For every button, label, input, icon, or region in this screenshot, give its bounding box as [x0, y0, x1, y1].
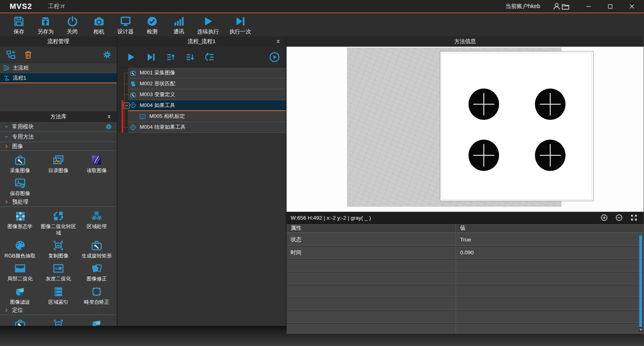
toolbar-button-save-as[interactable]: 另存为 — [32, 13, 59, 35]
library-item-label: 采集图像 — [10, 167, 30, 174]
library-item-rgb-extract[interactable]: RGB颜色抽取 — [1, 238, 39, 259]
library-item-label: 生成旋转矩形 — [82, 253, 112, 259]
property-name-cell: 状态 — [287, 234, 456, 245]
save-image-icon — [14, 177, 26, 189]
toolbar-button-signal-bars[interactable]: 通讯 — [165, 13, 192, 35]
minimize-button[interactable] — [585, 3, 592, 10]
library-item-catalog-image[interactable]: 目录图像 — [39, 152, 77, 174]
chevron-right-icon — [4, 200, 9, 204]
library-item-copy-image[interactable]: 复制图像 — [39, 238, 77, 259]
library-item-gray-binarize[interactable]: % 灰度二值化 — [39, 261, 77, 282]
toolbar-button-run-continuous[interactable]: 连续执行 — [192, 13, 224, 35]
library-section-1[interactable]: 专用方法 — [0, 132, 117, 142]
flow-settings-button[interactable] — [103, 51, 111, 59]
toolbar-button-power[interactable]: 关闭 — [59, 13, 86, 35]
library-item-read-image[interactable]: 读取图像 — [78, 152, 116, 174]
toolbar-button-save[interactable]: 保存 — [6, 13, 32, 35]
library-item-local-binarize[interactable]: 局部二值化 — [1, 261, 39, 282]
flow-step-2[interactable]: M003 变量定义 — [128, 89, 286, 100]
toolbar-button-run-once[interactable]: 执行一次 — [224, 13, 256, 35]
add-flow-button[interactable] — [6, 49, 16, 60]
run-single-button[interactable] — [269, 51, 280, 63]
flow-list-item-1[interactable]: 流程1 — [0, 73, 117, 83]
scrollbar-thumb[interactable] — [639, 235, 642, 327]
property-name-cell — [287, 324, 456, 334]
flow-step-0[interactable]: M001 采集图像 — [128, 68, 286, 78]
local-binarize-icon — [14, 262, 26, 274]
library-item-save-image[interactable]: 保存图像 — [1, 175, 39, 197]
property-row-4[interactable] — [287, 285, 644, 297]
open-project-icon[interactable] — [561, 2, 570, 11]
flow-step-5[interactable]: IFM004 结束如果工具 — [128, 122, 286, 133]
move-step-down-button[interactable] — [185, 52, 195, 62]
flow-item-label: 主流程 — [13, 64, 29, 72]
copy-image-icon — [52, 239, 64, 251]
table-scrollbar[interactable] — [638, 235, 643, 332]
zoom-in-button[interactable] — [600, 214, 608, 222]
image-correct-icon — [91, 262, 103, 274]
toolbar-button-detect[interactable]: 检测 — [139, 13, 165, 35]
camera-calib-icon: (x) — [139, 113, 146, 120]
section-gear-icon[interactable] — [105, 124, 112, 130]
library-item-acquire-image[interactable]: 采集图像 — [1, 152, 39, 174]
close-button[interactable] — [629, 3, 635, 10]
collapse-library-icon[interactable] — [106, 114, 112, 119]
maximize-button[interactable] — [607, 3, 613, 10]
flow-list-item-0[interactable]: 主流程 — [0, 63, 117, 73]
image-status-text: W:656 H:492 | x:-2 y:-2 | gray( _ ) — [291, 215, 371, 221]
library-item-label: 保存图像 — [10, 190, 30, 197]
property-row-7[interactable] — [287, 324, 644, 334]
zoom-out-button[interactable] — [615, 214, 623, 222]
library-item-region-process[interactable]: 区域处理 — [78, 208, 116, 237]
method-library-body: 常用模块 专用方法图像 采集图像 目录图像 读取图像 保存图像预处理 图像形态学… — [0, 122, 117, 326]
account-icon[interactable] — [552, 2, 561, 11]
library-item-image-filter[interactable] — [78, 317, 116, 326]
toolbar-button-camera[interactable]: 相机 — [86, 13, 112, 35]
library-item-copy-image[interactable] — [39, 317, 77, 326]
library-item-acquire-image[interactable] — [1, 317, 39, 326]
toolbar-button-designer[interactable]: 设计器 — [112, 13, 139, 35]
property-row-2[interactable] — [287, 260, 644, 272]
flow-manager-toolbar — [0, 47, 117, 63]
property-row-3[interactable] — [287, 272, 644, 284]
library-item-binarize-to-region[interactable]: 图像二值化转区域 — [39, 208, 77, 237]
library-item-distortion-correct[interactable]: 畸变自矫正 — [78, 284, 116, 305]
flow-panel-empty-area — [118, 133, 286, 326]
binarize-to-region-icon — [52, 210, 64, 222]
toolbar-button-label: 另存为 — [37, 28, 54, 35]
library-item-image-filter[interactable]: 图像滤波 — [1, 284, 39, 305]
delete-flow-button[interactable] — [23, 50, 33, 60]
move-step-up-button[interactable] — [166, 52, 175, 62]
library-item-morphology[interactable]: 图像形态学 — [1, 208, 39, 237]
scrollbar-down-arrow[interactable] — [639, 329, 642, 331]
library-item-region-index[interactable]: 区域索引 — [39, 284, 77, 305]
property-row-6[interactable] — [287, 311, 644, 323]
library-category-1[interactable]: 预处理 — [0, 198, 117, 207]
flow-step-label: M002 形状匹配 — [140, 80, 175, 87]
svg-text:IF: IF — [132, 126, 134, 128]
flow-toolbar — [118, 47, 286, 68]
property-value-cell — [456, 298, 644, 310]
flow-step-4[interactable]: (x) M005 相机标定 — [128, 111, 286, 122]
step-flow-button[interactable] — [146, 52, 156, 62]
property-row-0[interactable]: 状态True — [287, 234, 644, 246]
property-row-1[interactable]: 时间0.090 — [287, 247, 644, 259]
property-row-5[interactable] — [287, 298, 644, 310]
flow-list: 主流程 流程1 — [0, 63, 117, 83]
library-item-gen-rotate-rect[interactable]: 生成旋转矩形 — [78, 238, 116, 259]
toolbar-button-label: 检测 — [147, 28, 158, 35]
library-category-0[interactable]: 图像 — [0, 142, 117, 151]
flow-step-1[interactable]: M002 形状匹配 — [128, 78, 286, 89]
run-flow-button[interactable] — [126, 52, 136, 62]
collapse-flow-panel-icon[interactable] — [275, 39, 281, 44]
library-section-0[interactable]: 常用模块 — [0, 122, 117, 132]
collapse-if-block-button[interactable] — [124, 103, 130, 109]
property-value-cell — [456, 260, 644, 271]
flow-step-3[interactable]: IFM004 如果工具 — [128, 100, 286, 111]
property-value-cell — [456, 324, 644, 334]
library-category-2[interactable]: 定位 — [0, 306, 117, 315]
loop-run-button[interactable] — [204, 52, 215, 62]
image-viewer[interactable] — [287, 47, 644, 212]
fit-view-button[interactable] — [630, 214, 638, 222]
library-item-image-correct[interactable]: 图像修正 — [78, 261, 116, 282]
